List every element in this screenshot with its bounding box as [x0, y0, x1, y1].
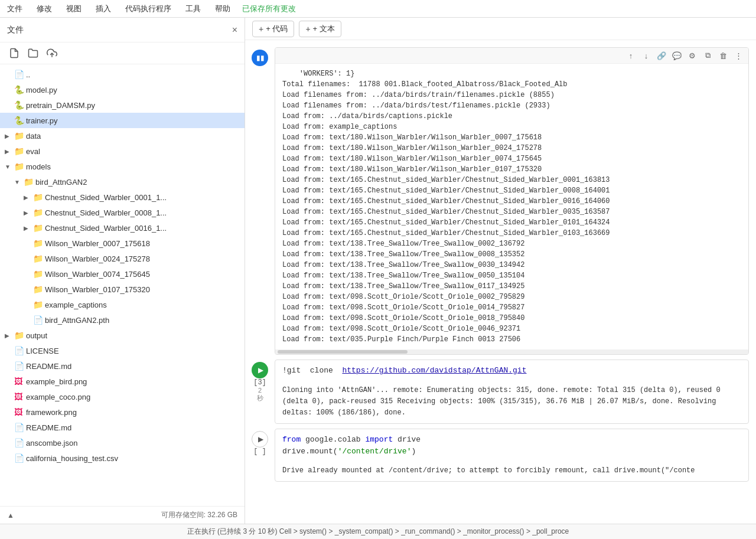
storage-up-icon: ▲: [7, 511, 14, 520]
tree-item-example-captions[interactable]: 📁example_captions: [0, 297, 245, 312]
tree-item-label: Chestnut_Sided_Warbler_0001_1...: [45, 193, 240, 202]
tree-arrow: ▶: [24, 225, 33, 231]
menu-view[interactable]: 视图: [64, 2, 84, 15]
tree-item-wilson1[interactable]: 📁Wilson_Warbler_0007_175618: [0, 236, 245, 251]
sidebar: 文件 × 📄..⋮🐍model.py⋮🐍pretrain_DAMSM.py⋮🐍t…: [0, 18, 245, 524]
tree-item-output[interactable]: ▶📁output: [0, 328, 245, 343]
more-icon[interactable]: ⋮: [732, 49, 745, 62]
tree-item-chestnut2[interactable]: ▶📁Chestnut_Sided_Warbler_0008_1...: [0, 205, 245, 220]
cell-run-button-3[interactable]: ▶: [252, 431, 268, 447]
tree-item-data[interactable]: ▶📁data: [0, 128, 245, 143]
plus-icon: +: [259, 24, 263, 34]
clone-output: Cloning into 'AttnGAN'... remote: Enumer…: [275, 381, 748, 424]
tree-item-label: california_housing_test.csv: [26, 454, 230, 463]
tree-item-label: example_coco.png: [26, 393, 230, 401]
tree-item-label: Wilson_Warbler_0107_175320: [45, 285, 240, 294]
png-icon: 🖼: [14, 407, 26, 417]
menu-tools[interactable]: 工具: [183, 2, 203, 15]
tree-item-license[interactable]: 📄LICENSE⋮: [0, 343, 245, 358]
menu-runtime[interactable]: 代码执行程序: [123, 2, 174, 15]
cell-output: ▮▮ ↑ ↓ 🔗 💬 ⚙ ⧉ 🗑 ⋮: [245, 45, 756, 357]
menu-insert[interactable]: 插入: [93, 2, 113, 15]
tree-item-label: LICENSE: [26, 347, 230, 355]
tree-item-label: Wilson_Warbler_0074_175645: [45, 270, 240, 279]
tree-arrow: ▶: [24, 194, 33, 201]
comment-icon[interactable]: 💬: [670, 49, 683, 62]
output-content-1[interactable]: 'WORKERS': 1} Total filenames: 11788 001…: [275, 64, 748, 349]
tree-item-label: Wilson_Warbler_0024_175278: [45, 254, 240, 263]
copy-icon[interactable]: ⧉: [701, 49, 714, 62]
play-icon: ▮▮: [256, 54, 265, 62]
tree-item-label: example_captions: [45, 300, 240, 309]
folder-icon: 📁: [33, 208, 45, 217]
tree-item-eval[interactable]: ▶📁eval: [0, 143, 245, 159]
tree-item-models[interactable]: ▼📁models⋮: [0, 159, 245, 174]
tree-item-chestnut1[interactable]: ▶📁Chestnut_Sided_Warbler_0001_1...: [0, 190, 245, 205]
tree-item-anscombe[interactable]: 📄anscombe.json⋮: [0, 435, 245, 450]
cell-controls-3: ▶ [ ]: [245, 429, 275, 456]
folder-icon: 📁: [24, 177, 35, 187]
tree-item-label: example_bird.png: [26, 377, 230, 386]
json-icon: 📄: [14, 438, 26, 447]
tree-item-framework[interactable]: 🖼framework.png⋮: [0, 404, 245, 420]
folder-icon: 📁: [33, 192, 45, 202]
tree-arrow: ▼: [5, 164, 14, 170]
tree-item-example-bird[interactable]: 🖼example_bird.png⋮: [0, 374, 245, 389]
scrollbar-thumb[interactable]: [278, 350, 408, 354]
sidebar-close-button[interactable]: ×: [232, 25, 237, 35]
menu-help[interactable]: 帮助: [213, 2, 233, 15]
menu-edit[interactable]: 修改: [34, 2, 54, 15]
csv-icon: 📄: [14, 453, 26, 463]
tree-item-up[interactable]: 📄..⋮: [0, 67, 245, 82]
drive-path: '/content/drive': [338, 447, 412, 456]
tree-item-wilson4[interactable]: 📁Wilson_Warbler_0107_175320: [0, 282, 245, 297]
clone-url[interactable]: https://github.com/davidstap/AttnGAN.git: [342, 366, 526, 375]
menu-file[interactable]: 文件: [5, 2, 25, 15]
module-name: google.colab: [305, 435, 361, 444]
tree-item-bird-pth[interactable]: 📄bird_AttnGAN2.pth⋮: [0, 312, 245, 328]
tree-item-example-coco[interactable]: 🖼example_coco.png⋮: [0, 389, 245, 404]
cell-run-button-2[interactable]: ▶: [252, 362, 268, 378]
git-command: !git clone: [282, 366, 342, 375]
output-box-1: ↑ ↓ 🔗 💬 ⚙ ⧉ 🗑 ⋮ 'WORKERS': 1} Total file…: [275, 47, 749, 355]
tree-item-chestnut3[interactable]: ▶📁Chestnut_Sided_Warbler_0016_1...: [0, 220, 245, 236]
notebook: + + 代码 + + 文本 ▮▮ ↑: [245, 18, 756, 524]
tree-item-trainer-py[interactable]: 🐍trainer.py⋮: [0, 113, 245, 128]
cell-run-button-1[interactable]: ▮▮: [252, 50, 268, 66]
delete-icon[interactable]: 🗑: [716, 49, 729, 62]
tree-item-readme-md[interactable]: 📄README.md⋮: [0, 358, 245, 374]
cell-clone: ▶ [3] 2 秒 !git clone https://github.com/…: [245, 357, 756, 426]
tree-item-label: trainer.py: [26, 116, 230, 125]
folder-icon: 📁: [33, 223, 45, 233]
tree-item-bird-attngan2[interactable]: ▼📁bird_AttnGAN2⋮: [0, 174, 245, 190]
folder-icon: 📁: [14, 331, 26, 340]
tree-item-california[interactable]: 📄california_housing_test.csv⋮: [0, 450, 245, 466]
tree-item-label: data: [26, 132, 240, 141]
tree-item-model-py[interactable]: 🐍model.py⋮: [0, 82, 245, 97]
add-code-button[interactable]: + + 代码: [252, 21, 294, 37]
settings-icon[interactable]: ⚙: [686, 49, 699, 62]
new-folder-button[interactable]: [26, 46, 40, 60]
cell-body-2: !git clone https://github.com/davidstap/…: [275, 360, 756, 424]
add-text-button[interactable]: + + 文本: [299, 21, 341, 37]
lic-icon: 📄: [14, 346, 26, 355]
output-scrollbar-x[interactable]: [275, 349, 748, 354]
sidebar-file-tree: 📄..⋮🐍model.py⋮🐍pretrain_DAMSM.py⋮🐍traine…: [0, 64, 245, 506]
move-up-icon[interactable]: ↑: [624, 49, 637, 62]
upload-button[interactable]: [45, 46, 59, 60]
link-icon[interactable]: 🔗: [655, 49, 668, 62]
code-input-2[interactable]: !git clone https://github.com/davidstap/…: [275, 360, 748, 381]
code-input-3[interactable]: from google.colab import drive drive.mou…: [275, 429, 748, 462]
move-down-icon[interactable]: ↓: [640, 49, 653, 62]
tree-item-wilson2[interactable]: 📁Wilson_Warbler_0024_175278: [0, 251, 245, 266]
tree-item-wilson3[interactable]: 📁Wilson_Warbler_0074_175645: [0, 266, 245, 282]
output-box-2: !git clone https://github.com/davidstap/…: [275, 360, 749, 424]
tree-item-pretrain-py[interactable]: 🐍pretrain_DAMSM.py⋮: [0, 97, 245, 113]
tree-item-readme2[interactable]: 📄README.md⋮: [0, 420, 245, 435]
tree-item-label: README.md: [26, 423, 230, 432]
tree-arrow: ▶: [5, 148, 14, 155]
output-box-3: from google.colab import drive drive.mou…: [275, 429, 749, 482]
timer-1: 2: [258, 387, 262, 394]
folder-icon: 📁: [33, 254, 45, 263]
new-file-button[interactable]: [7, 46, 21, 60]
